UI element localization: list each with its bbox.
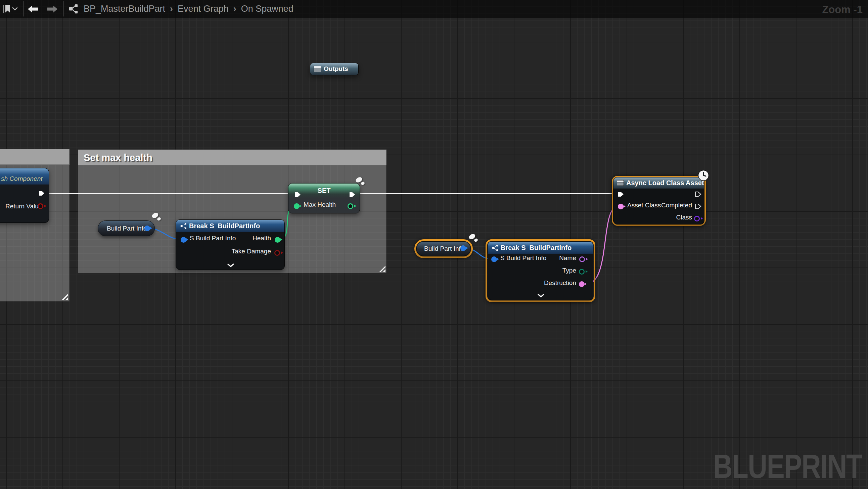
node-break-s-buildpartinfo-1[interactable]: Break S_BuildPartInfo S Build Part Info … <box>176 220 285 270</box>
pin-label-asset-class: Asset Class <box>627 202 661 209</box>
pin-label-take-damage: Take Damage <box>232 248 271 255</box>
node-title: sh Component <box>1 175 43 182</box>
max-health-out-pin[interactable] <box>347 203 353 209</box>
take-damage-out-pin[interactable] <box>274 250 280 256</box>
break-struct-icon <box>492 244 499 251</box>
s-build-part-info-in-pin[interactable] <box>491 256 497 262</box>
class-out-pin[interactable] <box>694 216 700 222</box>
variable-label: Build Part Info <box>107 221 147 236</box>
breadcrumb-item-on-spawned[interactable]: On Spawned <box>241 4 293 14</box>
exec-in-pin[interactable] <box>618 191 624 199</box>
pin-label-s-build-part-info: S Build Part Info <box>500 254 546 262</box>
breadcrumb-separator: › <box>170 4 173 14</box>
latent-clock-icon <box>698 170 709 182</box>
comment-bubble-icon[interactable] <box>152 212 162 223</box>
blueprint-graph-canvas[interactable]: BLUEPRINT Set max health Outputs sh Comp… <box>0 0 868 489</box>
back-button[interactable] <box>28 0 38 18</box>
bookmark-icon <box>3 5 11 13</box>
pin-label-completed: Completed <box>661 202 692 209</box>
pin-label-max-health: Max Health <box>304 201 336 208</box>
return-value-pin[interactable] <box>38 203 43 209</box>
break-struct-icon <box>180 223 187 230</box>
exec-out-pin[interactable] <box>695 191 702 199</box>
asset-class-in-pin[interactable] <box>618 204 624 209</box>
pin-label-health: Health <box>252 235 271 242</box>
breadcrumb-separator: › <box>234 4 237 14</box>
node-title: Outputs <box>324 65 348 73</box>
comment-bubble-icon[interactable] <box>355 177 366 187</box>
build-part-info-out-pin[interactable] <box>460 245 466 251</box>
exec-out-pin[interactable] <box>349 191 355 199</box>
name-out-pin[interactable] <box>579 256 585 262</box>
pin-label-class: Class <box>676 214 692 221</box>
breadcrumb-item-blueprint[interactable]: BP_MasterBuildPart <box>84 4 165 14</box>
type-out-pin[interactable] <box>579 269 585 275</box>
s-build-part-info-in-pin[interactable] <box>181 237 186 243</box>
graph-icon <box>68 4 79 14</box>
chevron-down-icon[interactable] <box>537 293 544 299</box>
pin-label-type: Type <box>562 267 576 274</box>
exec-in-pin[interactable] <box>294 191 301 199</box>
completed-exec-out-pin[interactable] <box>695 203 702 211</box>
node-mesh-component[interactable]: sh Component Return Value <box>0 168 49 223</box>
arrow-left-icon <box>28 5 38 13</box>
chevron-down-icon <box>12 7 18 11</box>
zoom-level-label: Zoom -1 <box>822 4 863 16</box>
node-build-part-info-1[interactable]: Build Part Info <box>98 221 155 236</box>
window-icon <box>617 180 624 186</box>
breadcrumb-item-event-graph[interactable]: Event Graph <box>178 4 229 14</box>
build-part-info-out-pin[interactable] <box>145 226 150 231</box>
node-build-part-info-2[interactable]: Build Part Info <box>416 241 471 256</box>
pin-label-destruction: Destruction <box>544 279 576 287</box>
bookmark-button[interactable] <box>3 0 11 18</box>
forward-button[interactable] <box>47 0 58 18</box>
pin-label-return-value: Return Value <box>5 203 42 210</box>
pin-label-s-build-part-info: S Build Part Info <box>190 235 236 242</box>
node-set-max-health[interactable]: SET Max Health <box>288 183 360 213</box>
arrow-right-icon <box>47 5 58 13</box>
node-break-s-buildpartinfo-2[interactable]: Break S_BuildPartInfo S Build Part Info … <box>488 241 593 300</box>
toolbar-divider <box>63 1 64 17</box>
node-title: Break S_BuildPartInfo <box>501 244 571 252</box>
exec-out-pin[interactable] <box>38 190 45 198</box>
max-health-in-pin[interactable] <box>294 203 300 209</box>
breadcrumb: BP_MasterBuildPart › Event Graph › On Sp… <box>68 0 293 18</box>
node-async-load-class-asset[interactable]: Async Load Class Asset Asset Class Compl… <box>613 177 705 225</box>
destruction-out-pin[interactable] <box>579 281 585 287</box>
toolbar-divider <box>23 1 24 17</box>
bookmark-dropdown-button[interactable] <box>12 0 18 18</box>
comment-bubble-icon[interactable] <box>469 234 479 244</box>
window-icon <box>314 66 321 74</box>
node-title: Async Load Class Asset <box>626 179 704 187</box>
pin-label-name: Name <box>559 254 576 262</box>
node-outputs[interactable]: Outputs <box>310 63 359 75</box>
chevron-down-icon[interactable] <box>227 262 234 268</box>
variable-label: Build Part Info <box>424 242 464 256</box>
health-out-pin[interactable] <box>275 237 280 243</box>
node-title: Break S_BuildPartInfo <box>189 222 260 230</box>
